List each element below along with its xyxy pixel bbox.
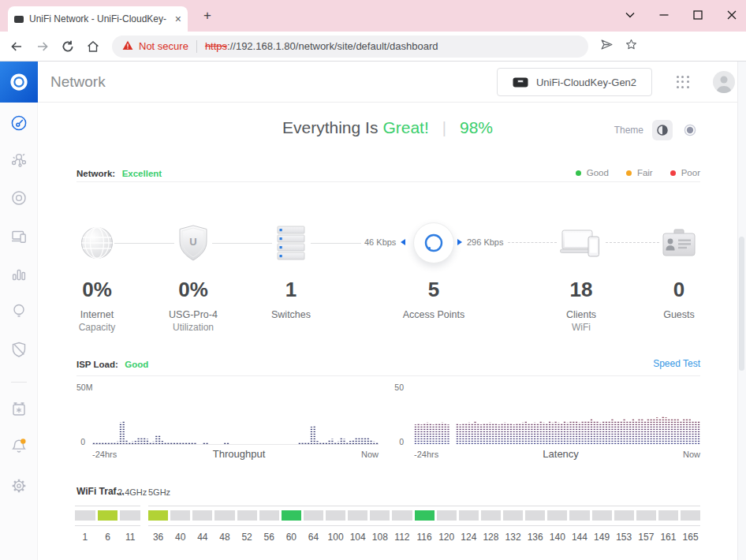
isp-load-label: ISP Load: bbox=[76, 360, 118, 369]
channel-1-segment bbox=[75, 510, 95, 521]
x-end-label: Now bbox=[683, 450, 700, 459]
browser-address-bar: Not secure https://192.168.1.80/network/… bbox=[0, 32, 746, 62]
stat-clients: 18 Clients WiFi bbox=[566, 278, 596, 333]
channel-153-segment bbox=[614, 510, 634, 521]
stat-value: 0 bbox=[663, 278, 695, 302]
unifi-logo[interactable] bbox=[0, 62, 38, 103]
window-close-button[interactable] bbox=[725, 9, 738, 21]
throughput-y-min-label: 0 bbox=[66, 437, 85, 446]
network-status-value: Excellent bbox=[122, 169, 162, 178]
url-input[interactable]: Not secure https://192.168.1.80/network/… bbox=[112, 35, 588, 58]
sidebar-item-insights[interactable] bbox=[10, 302, 28, 319]
sidebar-item-clients[interactable] bbox=[10, 227, 28, 245]
sidebar-item-security[interactable] bbox=[10, 341, 28, 358]
channel-label: 48 bbox=[214, 532, 234, 543]
channel-label: 1 bbox=[75, 532, 95, 543]
channel-label: 132 bbox=[503, 532, 523, 543]
send-to-device-icon[interactable] bbox=[599, 37, 614, 55]
dashboard-main: Everything Is Great! | 98% Theme Network… bbox=[38, 103, 737, 560]
isp-load-row: ISP Load: Good Speed Test bbox=[76, 357, 700, 371]
channel-157-segment bbox=[636, 510, 656, 521]
stat-value: 5 bbox=[403, 278, 465, 302]
tab-close-icon[interactable]: × bbox=[175, 13, 181, 24]
not-secure-label: Not secure bbox=[139, 40, 188, 52]
channel-149-segment bbox=[592, 510, 612, 521]
stat-switches: 1 Switches bbox=[271, 278, 311, 322]
guests-badge-icon bbox=[662, 229, 696, 260]
window-minimize-button[interactable] bbox=[658, 9, 670, 21]
uplink-upload-rate: 296 Kbps bbox=[457, 237, 503, 247]
channel-11-segment bbox=[120, 510, 140, 521]
speed-test-link[interactable]: Speed Test bbox=[653, 358, 700, 369]
channel-128-segment bbox=[481, 510, 501, 521]
sidebar-item-topology[interactable] bbox=[10, 151, 28, 169]
band-divider bbox=[75, 525, 140, 526]
internet-globe-icon bbox=[80, 226, 114, 263]
window-maximize-button[interactable] bbox=[692, 9, 704, 21]
channel-144-segment bbox=[569, 510, 589, 521]
not-secure-warning-icon bbox=[122, 39, 133, 54]
throughput-chart bbox=[92, 393, 379, 444]
url-scheme: https bbox=[205, 40, 227, 52]
forward-button[interactable] bbox=[35, 39, 50, 54]
stat-value: 0% bbox=[169, 278, 218, 302]
stat-internet: 0% Internet Capacity bbox=[79, 278, 116, 333]
headline-highlight: Great! bbox=[382, 118, 428, 137]
channel-label: 52 bbox=[237, 532, 257, 543]
user-avatar[interactable] bbox=[713, 71, 735, 93]
sidebar-nav bbox=[0, 103, 38, 560]
channel-104-segment bbox=[348, 510, 367, 521]
device-selector-button[interactable]: UniFi-CloudKey-Gen2 bbox=[497, 68, 652, 96]
chain-connector bbox=[114, 243, 174, 244]
legend-fair: Fair bbox=[626, 168, 653, 177]
new-tab-button[interactable]: + bbox=[199, 7, 216, 24]
channel-161-segment bbox=[658, 510, 678, 521]
reload-button[interactable] bbox=[62, 40, 74, 53]
channel-label: 6 bbox=[98, 532, 118, 543]
url-text: https://192.168.1.80/network/site/defaul… bbox=[205, 40, 438, 52]
channel-120-segment bbox=[437, 510, 457, 521]
channel-label: 44 bbox=[192, 532, 212, 543]
sidebar-item-devices[interactable] bbox=[10, 189, 28, 207]
latency-chart-title: Latency bbox=[543, 448, 579, 460]
channel-label: 165 bbox=[681, 532, 700, 543]
sidebar-item-dashboard[interactable] bbox=[10, 114, 28, 132]
sidebar-item-settings[interactable] bbox=[10, 477, 28, 495]
home-button[interactable] bbox=[86, 39, 100, 54]
network-status-row: Network: Excellent Good Fair Poor bbox=[76, 164, 700, 181]
section-divider bbox=[76, 375, 700, 376]
band-5ghz-tab[interactable]: 5GHz bbox=[148, 487, 170, 497]
stat-label: Guests bbox=[663, 309, 695, 320]
download-rate-value: 46 Kbps bbox=[364, 237, 396, 247]
channel-label: 116 bbox=[415, 532, 435, 543]
back-button[interactable] bbox=[9, 39, 24, 54]
app-header: Network UniFi-CloudKey-Gen2 bbox=[0, 62, 746, 103]
channel-165-segment bbox=[681, 510, 700, 521]
stat-sublabel: WiFi bbox=[566, 322, 596, 333]
theme-light-button[interactable] bbox=[652, 120, 673, 140]
channel-label: 60 bbox=[282, 532, 301, 543]
channel-6-segment bbox=[98, 510, 118, 521]
channel-140-segment bbox=[547, 510, 567, 521]
stat-label: Switches bbox=[271, 309, 311, 320]
sidebar-item-alerts[interactable] bbox=[10, 438, 28, 455]
alert-badge-dot bbox=[21, 439, 25, 443]
stat-label: Clients bbox=[566, 309, 596, 320]
browser-tab[interactable]: UniFi Network - UniFi-CloudKey- × bbox=[8, 6, 188, 32]
sidebar-item-statistics[interactable] bbox=[10, 265, 28, 282]
throughput-x-labels: -24hrs Throughput Now bbox=[92, 448, 379, 460]
window-menu-chevron-icon[interactable] bbox=[624, 9, 636, 21]
bookmark-star-icon[interactable] bbox=[625, 38, 638, 54]
svg-text:U: U bbox=[189, 236, 196, 248]
latency-y-min-label: 0 bbox=[385, 437, 404, 446]
section-divider bbox=[76, 181, 700, 182]
band-2-4ghz-tab[interactable]: 2.4GHz bbox=[117, 487, 147, 497]
stat-guests: 0 Guests bbox=[663, 278, 695, 322]
channel-52-segment bbox=[237, 510, 257, 521]
theme-dark-button[interactable] bbox=[680, 120, 700, 140]
channel-label: 161 bbox=[658, 532, 678, 543]
page-scrollbar-thumb[interactable] bbox=[739, 237, 744, 371]
stat-access-points: 5 Access Points bbox=[403, 278, 465, 322]
sidebar-item-events[interactable] bbox=[10, 401, 28, 418]
apps-grid-icon[interactable] bbox=[675, 74, 691, 90]
